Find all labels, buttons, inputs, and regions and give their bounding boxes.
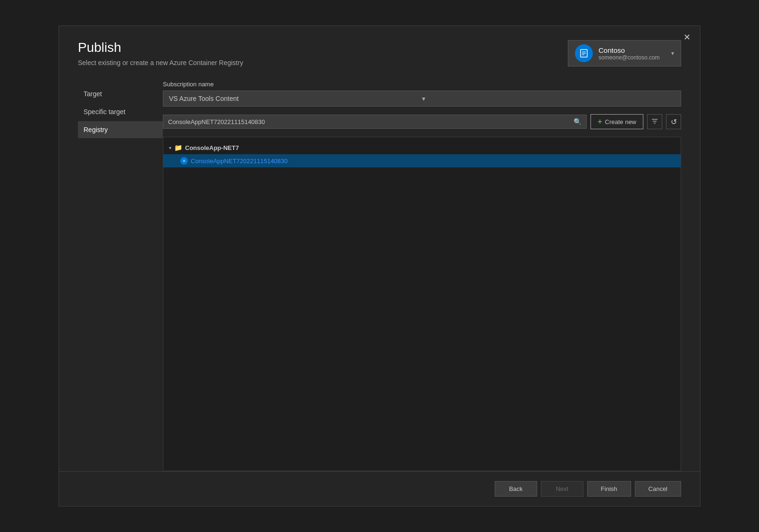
finish-button[interactable]: Finish — [587, 481, 631, 497]
dialog-content: Target Specific target Registry Subscrip… — [59, 76, 700, 471]
account-email: someone@contoso.com — [599, 54, 666, 61]
tree-group-header[interactable]: ▾ 📁 ConsoleApp-NET7 — [163, 141, 681, 154]
header-left: Publish Select existing or create a new … — [78, 40, 243, 66]
main-panel: Subscription name VS Azure Tools Content… — [163, 76, 681, 471]
filter-icon — [651, 117, 658, 126]
sidebar: Target Specific target Registry — [78, 76, 163, 471]
create-new-label: Create new — [605, 118, 636, 125]
tree-group: ▾ 📁 ConsoleApp-NET7 ConsoleAppNET7202211… — [163, 141, 681, 167]
publish-dialog: ✕ Publish Select existing or create a ne… — [59, 25, 700, 507]
sidebar-item-target[interactable]: Target — [78, 85, 163, 102]
dialog-subtitle: Select existing or create a new Azure Co… — [78, 59, 243, 66]
cancel-button[interactable]: Cancel — [635, 481, 681, 497]
account-name: Contoso — [599, 46, 666, 54]
sidebar-item-registry[interactable]: Registry — [78, 121, 163, 138]
close-button[interactable]: ✕ — [680, 31, 693, 44]
back-button[interactable]: Back — [495, 481, 537, 497]
next-button[interactable]: Next — [541, 481, 583, 497]
dialog-title: Publish — [78, 40, 243, 55]
dialog-footer: Back Next Finish Cancel — [59, 471, 700, 506]
search-icon: 🔍 — [573, 118, 582, 125]
tree-chevron-icon: ▾ — [169, 145, 171, 150]
create-new-button[interactable]: + Create new — [590, 114, 643, 129]
registry-icon — [180, 157, 188, 165]
sidebar-item-specific-target[interactable]: Specific target — [78, 103, 163, 120]
refresh-icon: ↺ — [671, 117, 677, 126]
tree-item-registry[interactable]: ConsoleAppNET720221115140830 — [163, 154, 681, 167]
subscription-value: VS Azure Tools Content — [169, 95, 422, 102]
dialog-header: Publish Select existing or create a new … — [59, 26, 700, 76]
account-icon — [575, 44, 593, 62]
refresh-button[interactable]: ↺ — [666, 114, 681, 129]
tree-item-name: ConsoleAppNET720221115140830 — [191, 158, 287, 165]
account-chevron-icon: ▾ — [671, 50, 674, 57]
search-row: 🔍 + Create new ↺ — [163, 114, 681, 129]
subscription-section: Subscription name VS Azure Tools Content… — [163, 81, 681, 107]
tree-panel: ▾ 📁 ConsoleApp-NET7 ConsoleAppNET7202211… — [163, 137, 681, 471]
plus-icon: + — [598, 117, 602, 126]
account-info: Contoso someone@contoso.com — [599, 46, 666, 61]
subscription-chevron-icon: ▾ — [422, 95, 675, 102]
subscription-dropdown[interactable]: VS Azure Tools Content ▾ — [163, 91, 681, 107]
tree-group-name: ConsoleApp-NET7 — [185, 144, 239, 151]
search-input[interactable] — [168, 118, 570, 125]
folder-icon: 📁 — [174, 144, 182, 151]
search-box: 🔍 — [163, 115, 587, 129]
account-badge[interactable]: Contoso someone@contoso.com ▾ — [568, 40, 681, 66]
filter-button[interactable] — [647, 114, 662, 129]
subscription-label: Subscription name — [163, 81, 681, 88]
